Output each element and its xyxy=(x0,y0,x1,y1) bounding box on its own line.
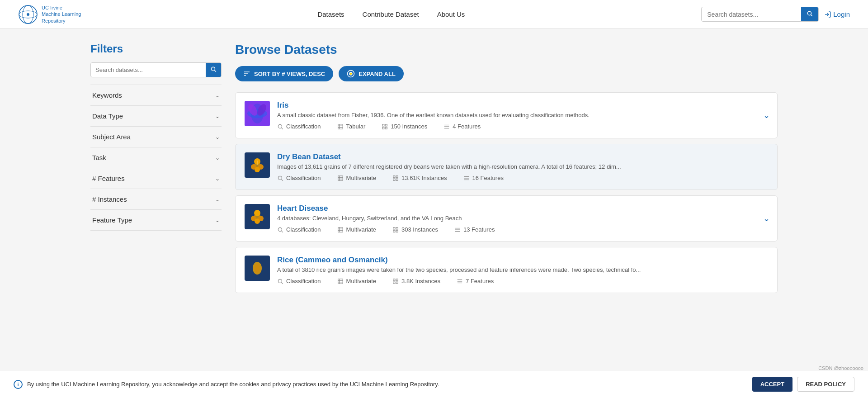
nav-datasets[interactable]: Datasets xyxy=(317,10,344,18)
iris-name[interactable]: Iris xyxy=(277,101,768,110)
filter-subject-area[interactable]: Subject Area ⌄ xyxy=(90,126,222,147)
dry-bean-info: Dry Bean Dataset Images of 13,611 grains… xyxy=(277,152,768,181)
sidebar: Filters Keywords ⌄ Data Type ⌄ Subject A… xyxy=(90,43,222,298)
iris-features: 4 Features xyxy=(443,123,481,130)
svg-rect-26 xyxy=(385,124,387,126)
header: UC Irvine Machine Learning Repository Da… xyxy=(0,0,868,29)
chevron-down-icon: ⌄ xyxy=(215,134,220,140)
chevron-down-icon: ⌄ xyxy=(215,196,220,203)
table-icon xyxy=(337,278,344,284)
svg-rect-45 xyxy=(396,175,398,177)
filter-task[interactable]: Task ⌄ xyxy=(90,147,222,168)
dry-bean-name[interactable]: Dry Bean Dataset xyxy=(277,152,768,161)
login-button[interactable]: Login xyxy=(824,10,850,18)
dry-bean-meta: Classification Multivariate 13.61K Insta… xyxy=(277,175,768,181)
svg-rect-21 xyxy=(338,124,343,129)
rice-features: 7 Features xyxy=(457,278,494,284)
heart-disease-instances: 303 Instances xyxy=(392,226,438,233)
svg-rect-58 xyxy=(338,227,343,232)
svg-line-5 xyxy=(811,15,812,16)
logo[interactable]: UC Irvine Machine Learning Repository xyxy=(18,5,81,24)
svg-rect-28 xyxy=(385,127,387,129)
table-icon xyxy=(337,123,344,130)
svg-line-39 xyxy=(282,179,283,180)
svg-rect-65 xyxy=(396,230,398,232)
rice-thumbnail xyxy=(245,256,270,281)
sidebar-search xyxy=(90,62,222,77)
nav-about[interactable]: About Us xyxy=(437,10,465,18)
svg-rect-81 xyxy=(396,282,398,284)
browse-title: Browse Datasets xyxy=(235,43,778,57)
list-icon xyxy=(443,123,450,130)
table-icon xyxy=(337,175,344,181)
iris-instances: 150 Instances xyxy=(382,123,427,130)
dataset-card-dry-bean: Dry Bean Dataset Images of 13,611 grains… xyxy=(235,144,778,190)
iris-meta: Classification Tabular 150 Instances xyxy=(277,123,768,130)
expand-all-button[interactable]: EXPAND ALL xyxy=(339,66,404,81)
search-icon xyxy=(277,278,283,284)
header-right: Login xyxy=(701,7,850,22)
svg-line-20 xyxy=(282,128,283,129)
header-search xyxy=(701,7,819,22)
svg-rect-44 xyxy=(393,175,395,177)
toolbar: SORT BY # VIEWS, DESC EXPAND ALL xyxy=(235,66,778,81)
svg-line-73 xyxy=(282,282,283,284)
main-layout: Filters Keywords ⌄ Data Type ⌄ Subject A… xyxy=(81,29,787,312)
svg-rect-79 xyxy=(396,279,398,280)
heart-disease-name[interactable]: Heart Disease xyxy=(277,204,768,213)
sort-button[interactable]: SORT BY # VIEWS, DESC xyxy=(235,66,333,81)
rice-task: Classification xyxy=(277,278,321,284)
header-search-button[interactable] xyxy=(801,7,818,21)
svg-line-8 xyxy=(215,71,216,72)
dry-bean-task: Classification xyxy=(277,175,321,181)
dry-bean-data-type: Multivariate xyxy=(337,175,376,181)
heart-disease-meta: Classification Multivariate 303 Instance… xyxy=(277,226,768,233)
rice-name[interactable]: Rice (Cammeo and Osmancik) xyxy=(277,256,768,265)
iris-expand-arrow[interactable]: ⌄ xyxy=(763,110,770,120)
svg-point-3 xyxy=(27,13,29,16)
svg-point-71 xyxy=(255,264,260,273)
dataset-card-iris: Iris A small classic dataset from Fisher… xyxy=(235,92,778,138)
svg-line-57 xyxy=(282,231,283,232)
dataset-card-heart-disease: Heart Disease 4 databases: Cleveland, Hu… xyxy=(235,195,778,242)
heart-disease-expand-arrow[interactable]: ⌄ xyxy=(763,213,770,223)
svg-rect-46 xyxy=(393,179,395,180)
chevron-down-icon: ⌄ xyxy=(215,92,220,99)
svg-rect-27 xyxy=(382,127,384,129)
nav-contribute[interactable]: Contribute Dataset xyxy=(363,10,419,18)
svg-rect-62 xyxy=(393,227,395,229)
iris-thumbnail xyxy=(245,101,270,126)
sidebar-search-button[interactable] xyxy=(206,63,221,77)
heart-disease-features: 13 Features xyxy=(454,226,495,233)
search-icon xyxy=(277,175,283,181)
dry-bean-instances: 13.61K Instances xyxy=(392,175,447,181)
svg-point-36 xyxy=(255,167,260,172)
dry-bean-thumbnail xyxy=(245,152,270,178)
svg-point-4 xyxy=(808,11,811,15)
search-icon xyxy=(277,123,283,130)
list-icon xyxy=(454,227,461,233)
svg-point-55 xyxy=(255,218,260,224)
header-search-input[interactable] xyxy=(702,8,801,21)
filter-instances[interactable]: # Instances ⌄ xyxy=(90,189,222,209)
svg-point-38 xyxy=(278,176,282,180)
filter-data-type[interactable]: Data Type ⌄ xyxy=(90,105,222,126)
svg-point-7 xyxy=(211,67,215,71)
header-nav: Datasets Contribute Dataset About Us xyxy=(317,10,465,18)
heart-disease-data-type: Multivariate xyxy=(337,226,376,233)
svg-point-72 xyxy=(278,279,282,283)
filters-title: Filters xyxy=(90,43,222,55)
filter-features[interactable]: # Features ⌄ xyxy=(90,168,222,189)
svg-rect-78 xyxy=(393,279,395,280)
sidebar-search-input[interactable] xyxy=(91,63,206,76)
chevron-down-icon: ⌄ xyxy=(215,113,220,119)
rice-description: A total of 3810 rice grain's images were… xyxy=(277,266,711,273)
heart-disease-info: Heart Disease 4 databases: Cleveland, Hu… xyxy=(277,204,768,233)
chevron-down-icon: ⌄ xyxy=(215,175,220,182)
grid-icon xyxy=(392,278,399,284)
svg-rect-40 xyxy=(338,175,343,180)
svg-rect-25 xyxy=(382,124,384,126)
rice-data-type: Multivariate xyxy=(337,278,376,284)
filter-keywords[interactable]: Keywords ⌄ xyxy=(90,85,222,105)
filter-feature-type[interactable]: Feature Type ⌄ xyxy=(90,209,222,231)
